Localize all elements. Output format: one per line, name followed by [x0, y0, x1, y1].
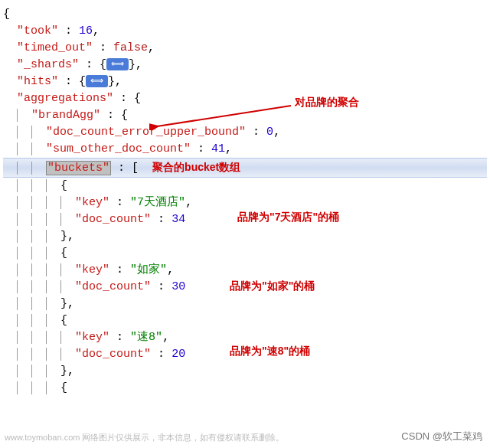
json-key: "took" [17, 25, 58, 38]
code-line: "key" : "速8", [3, 329, 487, 346]
json-key: "key" [75, 196, 109, 209]
code-line: "took" : 16, [3, 23, 487, 40]
arrow-icon [149, 100, 295, 130]
json-number: 34 [172, 213, 185, 226]
annotation-brand-agg: 对品牌的聚合 [295, 96, 359, 110]
code-line: { [3, 245, 487, 262]
watermark-author: CSDN @软工菜鸡 [401, 430, 482, 443]
code-line: { [3, 312, 487, 329]
json-key: "sum_other_doc_count" [46, 142, 191, 155]
code-line: "_shards" : {⟺}, [3, 57, 487, 74]
json-code-block: { "took" : 16, "timed_out" : false, "_sh… [0, 0, 490, 403]
json-number: 30 [172, 280, 185, 293]
annotation-bucket-array: 聚合的bucket数组 [152, 161, 240, 173]
json-key: "key" [75, 331, 109, 344]
annotation-bucket1: 品牌为"7天酒店"的桶 [237, 211, 339, 224]
json-key: "_shards" [17, 58, 79, 71]
json-key: "doc_count" [75, 213, 151, 226]
svg-line-1 [157, 106, 291, 126]
code-line: "timed_out" : false, [3, 40, 487, 57]
code-line: { [3, 6, 487, 23]
annotation-bucket2: 品牌为"如家"的桶 [230, 280, 315, 293]
watermark-site: www.toymoban.com 网络图片仅供展示，非本信息，如有侵权请联系删除… [5, 432, 284, 443]
json-key: "key" [75, 263, 109, 276]
fold-badge-icon[interactable]: ⟺ [106, 58, 129, 70]
code-line: }, [3, 228, 487, 245]
json-number: 20 [172, 348, 185, 361]
code-line: "key" : "7天酒店", [3, 195, 487, 211]
json-key: "timed_out" [17, 41, 93, 54]
json-key: "aggregations" [17, 92, 113, 105]
annotation-bucket3: 品牌为"速8"的桶 [230, 345, 310, 358]
json-key: "hits" [17, 75, 58, 88]
code-line: "key" : "如家", [3, 262, 487, 279]
json-key: "brandAgg" [31, 109, 100, 122]
highlighted-line: "buckets" : [ 聚合的bucket数组 [3, 158, 487, 178]
code-line: { [3, 178, 487, 195]
json-number: 41 [211, 142, 225, 155]
json-string: "速8" [130, 331, 162, 344]
json-number: 16 [79, 25, 93, 38]
json-string: "7天酒店" [130, 196, 185, 209]
json-string: "如家" [130, 263, 167, 276]
json-key-selected: "buckets" [46, 161, 111, 175]
code-line: "hits" : {⟺}, [3, 74, 487, 90]
code-line: "sum_other_doc_count" : 41, [3, 141, 487, 158]
json-key: "doc_count" [75, 348, 151, 361]
code-line: { [3, 380, 487, 397]
json-key: "doc_count" [75, 280, 151, 293]
code-line: }, [3, 296, 487, 312]
json-bool: false [113, 41, 148, 54]
code-line: }, [3, 363, 487, 380]
fold-badge-icon[interactable]: ⟺ [86, 75, 108, 87]
